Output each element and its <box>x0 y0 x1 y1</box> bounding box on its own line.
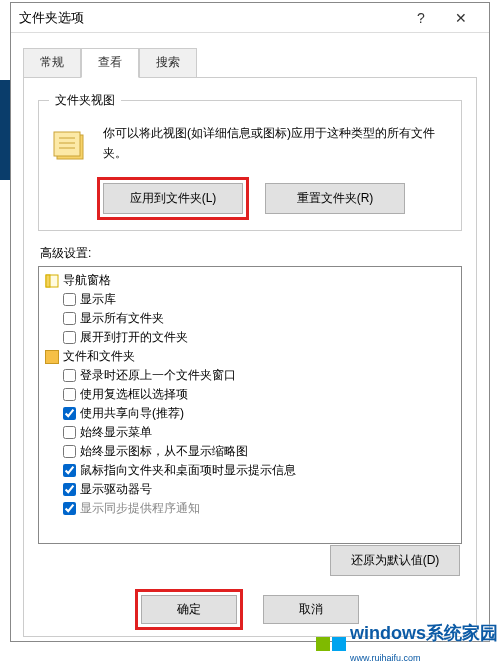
titlebar: 文件夹选项 ? ✕ <box>11 3 489 33</box>
folder-view-group: 文件夹视图 你可以将此视图(如详细信息或图标)应用于这种类型的所有文件夹。 <box>38 92 462 231</box>
tree-item-checkbox[interactable]: 始终显示图标，从不显示缩略图 <box>41 442 459 461</box>
tree-item-label: 始终显示图标，从不显示缩略图 <box>80 443 248 460</box>
apply-to-folders-button[interactable]: 应用到文件夹(L) <box>103 183 243 214</box>
ok-button[interactable]: 确定 <box>141 595 237 624</box>
tab-panel-view: 文件夹视图 你可以将此视图(如详细信息或图标)应用于这种类型的所有文件夹。 <box>23 77 477 637</box>
tree-item-label: 显示同步提供程序通知 <box>80 500 200 517</box>
tree-item-checkbox[interactable]: 显示同步提供程序通知 <box>41 499 459 518</box>
folder-options-window: 文件夹选项 ? ✕ 常规 查看 搜索 文件夹视图 <box>10 2 490 642</box>
tree-item-label: 始终显示菜单 <box>80 424 152 441</box>
tree-item-label: 鼠标指向文件夹和桌面项时显示提示信息 <box>80 462 296 479</box>
checkbox[interactable] <box>63 445 76 458</box>
question-icon: ? <box>417 10 425 26</box>
close-icon: ✕ <box>455 10 467 26</box>
tree-group-files: 文件和文件夹 <box>41 347 459 366</box>
tree-item-checkbox[interactable]: 显示驱动器号 <box>41 480 459 499</box>
tree-item-checkbox[interactable]: 显示库 <box>41 290 459 309</box>
advanced-settings-label: 高级设置: <box>40 245 462 262</box>
tree-group-navigation: 导航窗格 <box>41 271 459 290</box>
checkbox[interactable] <box>63 312 76 325</box>
tree-item-label: 登录时还原上一个文件夹窗口 <box>80 367 236 384</box>
reset-folders-button[interactable]: 重置文件夹(R) <box>265 183 405 214</box>
cancel-button[interactable]: 取消 <box>263 595 359 624</box>
checkbox[interactable] <box>63 426 76 439</box>
tree-item-checkbox[interactable]: 展开到打开的文件夹 <box>41 328 459 347</box>
tab-search[interactable]: 搜索 <box>139 48 197 78</box>
tree-item-checkbox[interactable]: 登录时还原上一个文件夹窗口 <box>41 366 459 385</box>
window-title: 文件夹选项 <box>19 9 84 27</box>
tab-view[interactable]: 查看 <box>81 48 139 78</box>
tree-item-label: 使用复选框以选择项 <box>80 386 188 403</box>
tree-group-label: 文件和文件夹 <box>63 348 135 365</box>
folder-view-description: 你可以将此视图(如详细信息或图标)应用于这种类型的所有文件夹。 <box>103 121 451 169</box>
tree-item-checkbox[interactable]: 显示所有文件夹 <box>41 309 459 328</box>
folder-stack-icon <box>49 125 93 169</box>
checkbox[interactable] <box>63 502 76 515</box>
checkbox[interactable] <box>63 388 76 401</box>
tree-item-checkbox[interactable]: 使用复选框以选择项 <box>41 385 459 404</box>
checkbox[interactable] <box>63 464 76 477</box>
folder-icon <box>45 350 59 364</box>
tree-item-checkbox[interactable]: 鼠标指向文件夹和桌面项时显示提示信息 <box>41 461 459 480</box>
tree-item-checkbox[interactable]: 使用共享向导(推荐) <box>41 404 459 423</box>
advanced-settings-tree[interactable]: 导航窗格 显示库 显示所有文件夹 展开到打开的文件夹 文件和文件夹 <box>38 266 462 544</box>
checkbox[interactable] <box>63 293 76 306</box>
restore-defaults-button[interactable]: 还原为默认值(D) <box>330 545 460 576</box>
checkbox[interactable] <box>63 407 76 420</box>
tree-item-label: 显示所有文件夹 <box>80 310 164 327</box>
svg-rect-6 <box>46 275 50 287</box>
help-button[interactable]: ? <box>401 4 441 32</box>
tab-strip: 常规 查看 搜索 <box>23 47 477 77</box>
svg-rect-1 <box>54 132 80 156</box>
tree-item-label: 展开到打开的文件夹 <box>80 329 188 346</box>
checkbox[interactable] <box>63 483 76 496</box>
tree-group-label: 导航窗格 <box>63 272 111 289</box>
tree-item-label: 显示驱动器号 <box>80 481 152 498</box>
close-button[interactable]: ✕ <box>441 4 481 32</box>
tree-item-label: 显示库 <box>80 291 116 308</box>
tree-item-label: 使用共享向导(推荐) <box>80 405 184 422</box>
tab-general[interactable]: 常规 <box>23 48 81 78</box>
watermark-sub: www.ruihaifu.com <box>350 653 421 663</box>
folder-view-legend: 文件夹视图 <box>49 92 121 109</box>
checkbox[interactable] <box>63 331 76 344</box>
tree-item-checkbox[interactable]: 始终显示菜单 <box>41 423 459 442</box>
checkbox[interactable] <box>63 369 76 382</box>
navigation-pane-icon <box>45 274 59 288</box>
